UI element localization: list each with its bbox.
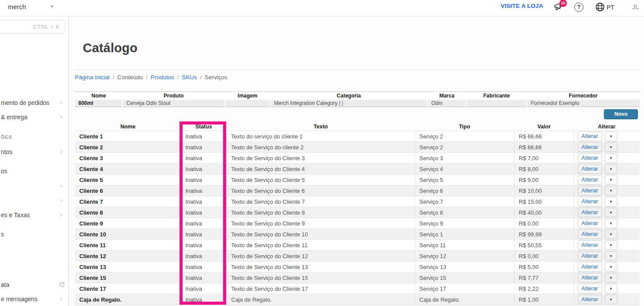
alterar-button[interactable]: Alterar	[578, 219, 602, 228]
breadcrumb-item[interactable]: Produtos	[151, 74, 174, 81]
service-name-cell: Cliente 10	[75, 229, 181, 240]
breadcrumb-item[interactable]: SKUs	[182, 74, 197, 81]
service-text-cell: Texto de Serviço do Cliente 9	[227, 218, 415, 229]
breadcrumb-item: Conteúdo	[117, 74, 143, 81]
table-row: Cliente 1InativaTexto do serviço do clie…	[75, 131, 640, 142]
service-actions-cell: Alterar▼	[574, 196, 640, 207]
service-type-cell: Serviço 11	[415, 240, 514, 251]
sidebar-item[interactable]: & entrega›	[0, 113, 68, 122]
sidebar-item[interactable]: ntos›	[0, 148, 68, 157]
sidebar-item[interactable]: ›	[0, 182, 68, 192]
sidebar-item[interactable]: mento de pedidos›	[0, 99, 68, 108]
new-service-button[interactable]: Novo Serviço	[604, 109, 638, 119]
alterar-button[interactable]: Alterar	[578, 284, 602, 293]
services-column-header: Nome	[75, 123, 181, 131]
sku-column-header: Fabricante	[466, 92, 527, 100]
table-row: Cliente 5InativaTexto de Serviço do Clie…	[75, 175, 640, 185]
service-actions-cell: Alterar▼	[574, 262, 640, 272]
alterar-button[interactable]: Alterar	[578, 186, 602, 195]
service-value-cell: R$ 7,77	[514, 272, 574, 283]
alterar-dropdown-caret-button[interactable]: ▼	[605, 273, 617, 282]
alterar-button[interactable]: Alterar	[578, 175, 602, 185]
service-actions-cell: Alterar▼	[574, 218, 640, 229]
service-type-cell: Caja de Regalo.	[415, 294, 514, 305]
service-value-cell: R$ 50,55	[514, 240, 574, 251]
alterar-button[interactable]: Alterar	[578, 142, 602, 152]
service-value-cell: R$ 66,66	[514, 142, 574, 153]
alterar-dropdown-caret-button[interactable]: ▼	[605, 142, 617, 152]
help-icon[interactable]: ?	[574, 3, 583, 12]
sidebar-item[interactable]: es e Taxas›	[0, 211, 68, 220]
alterar-dropdown-caret-button[interactable]: ▼	[605, 240, 617, 250]
store-selector[interactable]: merch	[8, 3, 26, 10]
alterar-button[interactable]: Alterar	[578, 131, 602, 141]
alterar-dropdown-caret-button[interactable]: ▼	[605, 229, 617, 239]
alterar-dropdown-caret-button[interactable]: ▼	[605, 164, 617, 174]
alterar-dropdown-caret-button[interactable]: ▼	[605, 219, 617, 228]
service-status-cell: Inativa	[181, 262, 227, 272]
sku-column-header: Categoria	[270, 92, 427, 100]
service-value-cell: R$ 0,00	[514, 251, 574, 262]
alterar-button[interactable]: Alterar	[578, 295, 602, 304]
alterar-dropdown-caret-button[interactable]: ▼	[605, 186, 617, 195]
service-value-cell: R$ 15,00	[514, 196, 574, 207]
service-name-cell: Cliente 17	[75, 283, 181, 294]
service-status-cell: Inativa	[181, 272, 227, 283]
service-status-cell: Inativa	[181, 131, 227, 142]
service-text-cell: Texto de Serviço do Cliente 5	[227, 175, 415, 185]
sidebar-item[interactable]: ata	[0, 281, 68, 290]
service-name-cell: Cliente 13	[75, 262, 181, 272]
service-type-cell: Serviço 2	[415, 142, 514, 153]
sidebar-item[interactable]: os	[0, 167, 68, 176]
breadcrumb-item[interactable]: Página inicial	[75, 74, 110, 81]
alterar-dropdown-caret-button[interactable]: ▼	[605, 153, 617, 163]
services-table: NomeStatusTextoTipoValorAlterarCliente 1…	[75, 123, 640, 305]
alterar-button[interactable]: Alterar	[578, 153, 602, 163]
sidebar-item-label: mento de pedidos	[1, 99, 49, 106]
globe-language-icon[interactable]	[595, 2, 607, 13]
service-text-cell: Texto de Serviço do Cliente 6	[227, 185, 415, 196]
alterar-dropdown-caret-button[interactable]: ▼	[605, 197, 617, 206]
sku-column-header: Marca	[427, 92, 466, 100]
service-actions-cell: Alterar▼	[574, 131, 640, 142]
search-input[interactable]: CTRL + K	[0, 20, 65, 34]
service-value-cell: R$ 0,00	[514, 218, 574, 229]
chevron-right-icon: ›	[60, 113, 62, 121]
alterar-button[interactable]: Alterar	[578, 251, 602, 261]
services-column-header: Status	[181, 123, 227, 131]
alterar-dropdown-caret-button[interactable]: ▼	[605, 208, 617, 217]
alterar-button[interactable]: Alterar	[578, 164, 602, 174]
service-value-cell: R$ 40,00	[514, 207, 574, 218]
breadcrumb-separator: /	[200, 74, 202, 81]
service-text-cell: Texto de Serviço do Cliente 17	[227, 283, 415, 294]
alterar-button[interactable]: Alterar	[578, 273, 602, 282]
service-value-cell: R$ 10,00	[514, 185, 574, 196]
service-name-cell: Cliente 15	[75, 272, 181, 283]
alterar-dropdown-caret-button[interactable]: ▼	[605, 284, 617, 293]
alterar-button[interactable]: Alterar	[578, 208, 602, 217]
alterar-dropdown-caret-button[interactable]: ▼	[605, 251, 617, 261]
service-status-cell: Inativa	[181, 185, 227, 196]
service-value-cell: R$ 66,66	[514, 131, 574, 142]
service-actions-cell: Alterar▼	[574, 175, 640, 185]
service-name-cell: Cliente 9	[75, 218, 181, 229]
search-shortcut-hint: CTRL + K	[33, 24, 60, 30]
alterar-button[interactable]: Alterar	[578, 229, 602, 239]
sku-cell	[225, 100, 270, 107]
chevron-down-icon[interactable]: ▾	[51, 4, 53, 9]
visit-store-link[interactable]: VISITE A LOJA	[501, 3, 543, 9]
chevron-right-icon: ›	[60, 196, 62, 204]
alterar-button[interactable]: Alterar	[578, 262, 602, 272]
sidebar-item[interactable]: e mensagens›	[0, 295, 68, 304]
sidebar-item[interactable]: s	[0, 230, 68, 239]
alterar-dropdown-caret-button[interactable]: ▼	[605, 262, 617, 272]
sidebar-item[interactable]: ›	[0, 197, 68, 206]
alterar-button[interactable]: Alterar	[578, 240, 602, 250]
alterar-dropdown-caret-button[interactable]: ▼	[605, 175, 617, 185]
breadcrumb: Página inicial/Conteúdo/Produtos/SKUs/Se…	[75, 70, 640, 81]
alterar-dropdown-caret-button[interactable]: ▼	[605, 295, 617, 304]
alterar-dropdown-caret-button[interactable]: ▼	[605, 131, 617, 141]
chevron-right-icon: ›	[60, 148, 62, 155]
user-avatar-initials[interactable]: JL	[632, 3, 639, 10]
alterar-button[interactable]: Alterar	[578, 197, 602, 206]
